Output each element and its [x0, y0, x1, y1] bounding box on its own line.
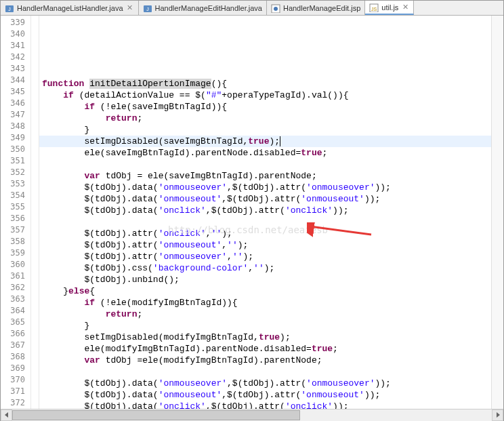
- code-line[interactable]: $(tdObj).attr('onclick','');: [39, 228, 491, 239]
- code-line[interactable]: ele(modifyImgBtnTagId).parentNode.disabl…: [39, 343, 491, 355]
- folding-ruler[interactable]: [31, 16, 39, 409]
- code-line[interactable]: $(tdObj).data('onmouseover',$(tdObj).att…: [39, 378, 491, 389]
- code-line[interactable]: var tdObj =ele(modifyImgBtnTagId).parent…: [39, 355, 491, 366]
- line-number: 344: [1, 75, 30, 86]
- svg-point-5: [274, 7, 278, 11]
- line-number: 347: [1, 109, 30, 121]
- code-line[interactable]: $(tdObj).attr('onmouseover','');: [39, 251, 491, 262]
- line-number: 349: [1, 132, 30, 144]
- line-number: 370: [1, 374, 30, 386]
- code-line[interactable]: ele(saveImgBtnTagId).parentNode.disabled…: [39, 147, 491, 159]
- line-number: 372: [1, 397, 30, 409]
- code-line[interactable]: }: [39, 124, 491, 136]
- scroll-right-button[interactable]: [492, 409, 503, 421]
- code-line[interactable]: $(tdObj).data('onmouseout',$(tdObj).attr…: [39, 193, 491, 205]
- line-number-gutter: 3393403413423433443453463473483493503513…: [1, 16, 31, 409]
- tab-file-2[interactable]: HandlerManageEdit.jsp: [267, 1, 365, 15]
- js-icon: JS: [369, 3, 379, 12]
- code-line[interactable]: setImgDisabled(modifyImgBtnTagId,true);: [39, 332, 491, 343]
- line-number: 364: [1, 305, 30, 317]
- tab-file-1[interactable]: J HandlerManageEditHandler.java: [139, 1, 267, 15]
- code-line[interactable]: if (!ele(saveImgBtnTagId)){: [39, 101, 491, 113]
- code-line[interactable]: $(tdObj).unbind();: [39, 274, 491, 285]
- code-line[interactable]: [39, 159, 491, 170]
- line-number: 356: [1, 213, 30, 224]
- close-icon[interactable]: ✕: [126, 4, 134, 12]
- java-icon: J: [143, 3, 152, 13]
- line-number: 359: [1, 247, 30, 259]
- line-number: 351: [1, 155, 30, 167]
- line-number: 339: [1, 17, 30, 28]
- svg-text:J: J: [146, 7, 149, 12]
- code-line[interactable]: $(tdObj).css('background-color','');: [39, 262, 491, 274]
- code-line[interactable]: $(tdObj).data('onclick',$(tdObj).attr('o…: [39, 401, 491, 409]
- line-number: 341: [1, 40, 30, 52]
- code-line[interactable]: var tdObj = ele(saveImgBtnTagId).parentN…: [39, 170, 491, 182]
- tab-file-0[interactable]: J HandlerManageListHandler.java ✕: [1, 1, 139, 15]
- line-number: 371: [1, 386, 30, 397]
- code-line[interactable]: setImgDisabled(saveImgBtnTagId,true);: [39, 136, 491, 147]
- line-number: 369: [1, 363, 30, 374]
- scroll-track[interactable]: [12, 409, 492, 421]
- close-icon[interactable]: ✕: [401, 3, 409, 12]
- tab-label: util.js: [381, 3, 398, 12]
- line-number: 352: [1, 167, 30, 178]
- code-line[interactable]: }else{: [39, 285, 491, 297]
- scroll-left-button[interactable]: [1, 409, 12, 421]
- code-line[interactable]: $(tdObj).data('onmouseover',$(tdObj).att…: [39, 182, 491, 193]
- scroll-thumb[interactable]: [12, 410, 300, 420]
- line-number: 365: [1, 317, 30, 328]
- tab-file-3[interactable]: JS util.js ✕: [365, 1, 414, 15]
- svg-text:J: J: [8, 7, 11, 12]
- line-number: 346: [1, 98, 30, 109]
- svg-marker-13: [497, 412, 500, 418]
- line-number: 368: [1, 351, 30, 363]
- line-number: 363: [1, 294, 30, 305]
- code-editor[interactable]: http://blog.csdn.net/aeaiesb -function i…: [39, 16, 491, 409]
- line-number: 345: [1, 86, 30, 98]
- editor-area: 3393403413423433443453463473483493503513…: [1, 16, 503, 409]
- jsp-icon: [271, 3, 280, 13]
- line-number: 354: [1, 190, 30, 201]
- line-number: 340: [1, 28, 30, 40]
- code-line[interactable]: [39, 216, 491, 228]
- tab-label: HandlerManageListHandler.java: [17, 4, 123, 12]
- code-line[interactable]: $(tdObj).attr('onmouseout','');: [39, 239, 491, 251]
- horizontal-scrollbar[interactable]: [1, 409, 503, 420]
- line-number: 357: [1, 224, 30, 236]
- line-number: 358: [1, 236, 30, 247]
- line-number: 366: [1, 328, 30, 340]
- line-number: 362: [1, 282, 30, 294]
- editor-window: J HandlerManageListHandler.java ✕ J Hand…: [0, 0, 504, 421]
- line-number: 348: [1, 121, 30, 132]
- overview-ruler[interactable]: [491, 16, 503, 409]
- line-number: 360: [1, 259, 30, 270]
- tab-bar: J HandlerManageListHandler.java ✕ J Hand…: [1, 1, 503, 16]
- line-number: 350: [1, 144, 30, 155]
- tab-label: HandlerManageEditHandler.java: [155, 4, 262, 12]
- line-number: 343: [1, 63, 30, 75]
- line-number: 342: [1, 52, 30, 63]
- code-line[interactable]: return;: [39, 308, 491, 320]
- code-line[interactable]: $(tdObj).data('onmouseout',$(tdObj).attr…: [39, 389, 491, 401]
- line-number: 361: [1, 270, 30, 282]
- code-line[interactable]: if (!ele(modifyImgBtnTagId)){: [39, 297, 491, 308]
- code-line[interactable]: return;: [39, 113, 491, 124]
- line-number: 355: [1, 201, 30, 213]
- code-line[interactable]: }: [39, 320, 491, 332]
- line-number: 353: [1, 178, 30, 190]
- code-line[interactable]: -function initDetailOpertionImage(){: [39, 78, 491, 89]
- java-icon: J: [5, 3, 14, 13]
- code-line[interactable]: if (detailActionValue == $("#"+operaType…: [39, 89, 491, 101]
- code-line[interactable]: [39, 366, 491, 378]
- tab-label: HandlerManageEdit.jsp: [283, 4, 360, 12]
- svg-marker-12: [5, 412, 8, 418]
- svg-text:JS: JS: [371, 7, 377, 12]
- line-number: 367: [1, 340, 30, 351]
- code-line[interactable]: $(tdObj).data('onclick',$(tdObj).attr('o…: [39, 205, 491, 216]
